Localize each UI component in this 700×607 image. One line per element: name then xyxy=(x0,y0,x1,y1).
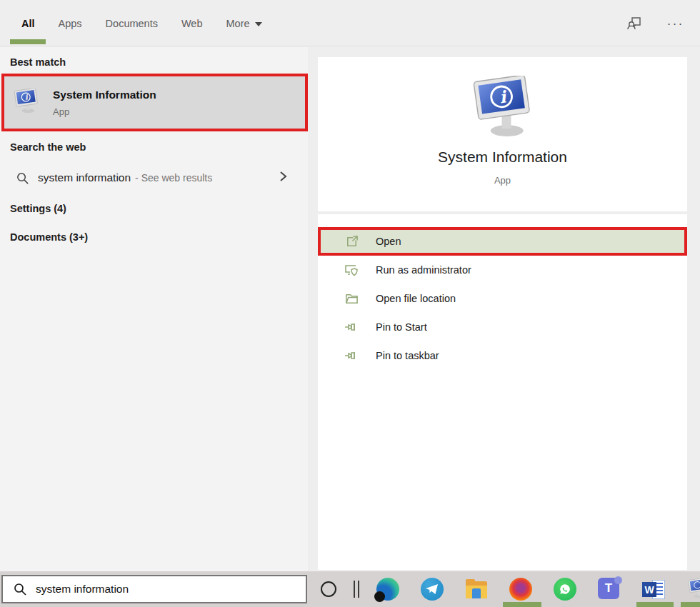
firefox-icon[interactable] xyxy=(509,578,532,601)
feedback-icon[interactable] xyxy=(626,15,643,32)
running-indicator-word xyxy=(636,602,674,607)
search-filter-bar: All Apps Documents Web More ... xyxy=(0,0,700,46)
open-icon xyxy=(344,234,359,249)
whatsapp-icon[interactable] xyxy=(554,578,576,601)
edge-icon[interactable] xyxy=(376,578,399,601)
action-pin-to-start[interactable]: Pin to Start xyxy=(318,313,687,341)
action-run-as-administrator[interactable]: Run as administrator xyxy=(318,256,687,284)
filter-tabs: All Apps Documents Web More xyxy=(21,0,262,46)
tab-more[interactable]: More xyxy=(226,18,262,29)
web-search-result[interactable]: system information - See web results xyxy=(0,162,308,194)
search-icon xyxy=(13,582,27,596)
task-view-bars-icon[interactable] xyxy=(354,581,361,598)
active-tab-indicator xyxy=(10,39,46,44)
windows-search-flyout: All Apps Documents Web More ... Bes xyxy=(0,0,700,607)
action-open-file-location[interactable]: Open file location xyxy=(318,284,687,313)
file-explorer-icon[interactable] xyxy=(465,579,488,602)
result-preview-panel: i System Information App Open xyxy=(318,57,687,570)
telegram-icon[interactable] xyxy=(421,578,444,601)
run-admin-icon xyxy=(344,263,359,277)
action-pin-to-taskbar[interactable]: Pin to taskbar xyxy=(318,341,687,370)
search-results-panel: Best match i xyxy=(0,47,308,571)
system-information-icon[interactable] xyxy=(687,578,700,601)
running-indicator-system-information xyxy=(681,602,700,607)
tab-all[interactable]: All xyxy=(21,18,35,29)
edge-badge xyxy=(374,591,385,602)
tab-apps[interactable]: Apps xyxy=(59,18,82,29)
web-suffix-text: - See web results xyxy=(135,172,212,184)
best-match-title: System Information xyxy=(53,89,156,101)
action-open[interactable]: Open xyxy=(318,227,687,256)
settings-group-header[interactable]: Settings (4) xyxy=(10,203,66,214)
preview-subtitle: App xyxy=(318,175,687,186)
folder-icon xyxy=(344,291,359,306)
tab-documents[interactable]: Documents xyxy=(106,18,158,29)
more-options-icon[interactable]: ... xyxy=(667,17,684,30)
chevron-right-icon[interactable] xyxy=(278,171,288,185)
context-actions: Open Run as administrator Open file l xyxy=(318,227,687,370)
documents-group-header[interactable]: Documents (3+) xyxy=(10,231,88,243)
teams-icon[interactable]: T xyxy=(598,578,621,601)
divider xyxy=(318,211,687,214)
search-web-header: Search the web xyxy=(10,141,86,153)
web-query-text: system information xyxy=(38,171,131,184)
search-input[interactable] xyxy=(36,583,271,596)
best-match-result[interactable]: i System Information App xyxy=(1,74,308,131)
chevron-down-icon xyxy=(255,22,262,26)
system-information-icon: i xyxy=(13,89,40,117)
best-match-header: Best match xyxy=(10,56,66,68)
best-match-subtitle: App xyxy=(53,106,156,117)
pin-icon xyxy=(344,348,359,363)
tab-web[interactable]: Web xyxy=(181,18,203,29)
taskbar-search-box[interactable] xyxy=(1,575,307,603)
pin-icon xyxy=(344,320,359,334)
taskbar xyxy=(0,571,700,607)
cortana-icon[interactable] xyxy=(321,581,336,597)
word-icon[interactable]: W xyxy=(642,578,665,601)
running-indicator-firefox xyxy=(503,602,541,607)
search-icon xyxy=(16,171,29,185)
preview-title: System Information xyxy=(318,149,687,166)
system-information-icon: i xyxy=(470,76,536,141)
